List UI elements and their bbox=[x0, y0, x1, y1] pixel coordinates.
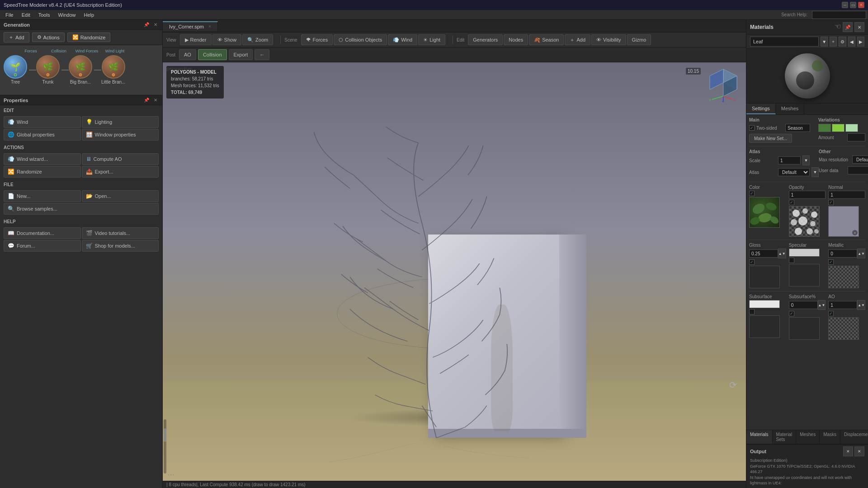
gloss-checkbox[interactable] bbox=[749, 259, 755, 265]
collision-objects-btn[interactable]: ⬡ Collision Objects bbox=[334, 34, 387, 45]
gloss-value[interactable] bbox=[749, 249, 778, 258]
opacity-checkbox[interactable] bbox=[789, 200, 794, 205]
bottom-tab-masks[interactable]: Masks bbox=[820, 430, 840, 444]
bottom-tab-materials[interactable]: Materials bbox=[746, 430, 773, 444]
user-data-input[interactable] bbox=[848, 166, 868, 174]
gloss-texture[interactable] bbox=[749, 266, 780, 288]
minimize-btn[interactable]: ─ bbox=[842, 2, 848, 8]
specular-color[interactable] bbox=[789, 249, 820, 257]
bottom-tab-displacements[interactable]: Displacements bbox=[840, 430, 868, 444]
metallic-checkbox[interactable] bbox=[828, 259, 834, 265]
var-swatch-1[interactable] bbox=[818, 124, 831, 132]
ao-spin[interactable]: ▲▼ bbox=[857, 300, 865, 310]
wind-btn[interactable]: 💨 Wind bbox=[4, 116, 81, 128]
randomize-prop-btn[interactable]: 🔀 Randomize bbox=[4, 166, 81, 178]
tab-ivy-corner[interactable]: Ivy_Corner.spm × bbox=[163, 21, 218, 31]
show-btn[interactable]: 👁 Show bbox=[212, 34, 242, 45]
wind-wizard-btn[interactable]: 💨 Wind wizard... bbox=[4, 153, 81, 165]
atlas-dropdown[interactable]: ▼ bbox=[811, 167, 819, 177]
menu-help[interactable]: Help bbox=[80, 11, 98, 19]
lighting-btn[interactable]: 💡 Lighting bbox=[82, 116, 159, 128]
season-input[interactable] bbox=[785, 124, 810, 132]
window-properties-btn[interactable]: 🪟 Window properties bbox=[82, 129, 159, 141]
two-sided-checkbox[interactable] bbox=[749, 125, 755, 131]
season-btn[interactable]: 🍂 Season bbox=[529, 34, 564, 45]
sub-pct-checkbox[interactable] bbox=[789, 311, 794, 316]
metallic-value[interactable] bbox=[828, 249, 857, 258]
opacity-value[interactable] bbox=[789, 191, 826, 199]
tab-meshes[interactable]: Meshes bbox=[776, 103, 805, 114]
subsurface-checkbox[interactable] bbox=[749, 309, 755, 314]
tab-close-btn[interactable]: × bbox=[208, 24, 211, 29]
menu-edit[interactable]: Edit bbox=[18, 11, 34, 19]
subsurface-pct-value[interactable] bbox=[789, 301, 818, 309]
new-btn[interactable]: 📄 New... bbox=[4, 190, 81, 202]
generation-pin-btn[interactable]: 📌 bbox=[142, 22, 151, 28]
normal-add-btn[interactable]: ＋ bbox=[852, 230, 858, 235]
visibility-btn[interactable]: 👁 Visibility bbox=[591, 34, 626, 45]
color-checkbox[interactable] bbox=[749, 191, 755, 196]
sub-pct-spin[interactable]: ▲▼ bbox=[818, 300, 826, 310]
scale-dropdown[interactable]: ▼ bbox=[802, 155, 810, 165]
light-btn[interactable]: ☀ Light bbox=[418, 34, 445, 45]
wind-scene-btn[interactable]: 💨 Wind bbox=[388, 34, 417, 45]
node-little-branch[interactable]: 🌿 Little Bran... bbox=[101, 55, 125, 84]
ao-checkbox[interactable] bbox=[828, 311, 834, 316]
menu-file[interactable]: File bbox=[2, 11, 17, 19]
viewport-menu-btn[interactable]: ⋯ bbox=[167, 470, 175, 479]
materials-pin-btn[interactable]: 📌 bbox=[843, 22, 853, 32]
subsurface-texture[interactable] bbox=[749, 315, 780, 338]
output-close-btn[interactable]: ✕ bbox=[854, 446, 864, 456]
var-swatch-3[interactable] bbox=[845, 124, 858, 132]
close-btn[interactable]: ✕ bbox=[858, 2, 864, 8]
open-btn[interactable]: 📂 Open... bbox=[82, 190, 159, 202]
properties-close-btn[interactable]: ✕ bbox=[152, 97, 159, 103]
node-tree[interactable]: 🌱 Tree bbox=[4, 55, 27, 84]
forum-btn[interactable]: 💬 Forum... bbox=[4, 240, 81, 252]
restore-btn[interactable]: ▭ bbox=[850, 2, 856, 8]
var-swatch-2[interactable] bbox=[832, 124, 844, 132]
ao-btn[interactable]: AO bbox=[179, 49, 196, 60]
color-texture[interactable] bbox=[749, 197, 780, 228]
bottom-tab-sets[interactable]: Material Sets bbox=[773, 430, 797, 444]
zoom-btn[interactable]: 🔍 Zoom bbox=[242, 34, 273, 45]
node-trunk[interactable]: 🌿 Trunk bbox=[36, 55, 60, 84]
tutorials-btn[interactable]: 🎬 Video tutorials... bbox=[82, 227, 159, 239]
generation-close-btn[interactable]: ✕ bbox=[152, 22, 159, 28]
edit-add-btn[interactable]: ＋ Add bbox=[565, 34, 590, 45]
node-big-branch[interactable]: 🌿 Big Bran... bbox=[69, 55, 92, 84]
menu-tools[interactable]: Tools bbox=[35, 11, 54, 19]
docs-btn[interactable]: 📖 Documentation... bbox=[4, 227, 81, 239]
viewport[interactable]: X Y Z 10.15 ⟳ perspective POLYGONS - MOD… bbox=[163, 62, 746, 481]
amount-input[interactable] bbox=[847, 133, 865, 141]
atlas-select[interactable]: Default bbox=[778, 168, 810, 176]
global-properties-btn[interactable]: 🌐 Global properties bbox=[4, 129, 81, 141]
make-new-set-btn[interactable]: Make New Set... bbox=[749, 134, 792, 143]
back-btn[interactable]: ← bbox=[255, 49, 269, 60]
ao-value[interactable] bbox=[828, 301, 857, 309]
search-help-input[interactable] bbox=[812, 11, 866, 19]
specular-checkbox[interactable] bbox=[789, 258, 794, 263]
forces-btn[interactable]: 🌪 Forces bbox=[301, 34, 333, 45]
mat-action-btn[interactable]: ⚙ bbox=[839, 37, 846, 47]
actions-btn[interactable]: ⚙ Actions bbox=[32, 33, 65, 42]
shop-btn[interactable]: 🛒 Shop for models... bbox=[82, 240, 159, 252]
specular-texture[interactable] bbox=[789, 264, 820, 286]
sub-pct-texture[interactable] bbox=[789, 317, 820, 340]
mat-next-btn[interactable]: ▶ bbox=[857, 37, 864, 47]
output-clear-btn[interactable]: ✕ bbox=[843, 446, 853, 456]
add-btn[interactable]: ＋ Add bbox=[4, 32, 29, 42]
menu-window[interactable]: Window bbox=[54, 11, 79, 19]
normal-texture[interactable]: ＋ bbox=[828, 206, 859, 237]
tab-settings[interactable]: Settings bbox=[746, 103, 776, 114]
properties-pin-btn[interactable]: 📌 bbox=[142, 97, 151, 103]
collision-post-btn[interactable]: Collision bbox=[198, 49, 227, 60]
nav-cube[interactable]: X Y Z bbox=[705, 67, 741, 103]
mat-dropdown-btn[interactable]: ▼ bbox=[821, 37, 828, 47]
material-name-input[interactable] bbox=[750, 37, 819, 47]
gloss-spin[interactable]: ▲▼ bbox=[778, 249, 786, 258]
max-res-select[interactable]: Default bbox=[852, 155, 868, 164]
nodes-btn[interactable]: Nodes bbox=[504, 34, 528, 45]
normal-checkbox[interactable] bbox=[828, 200, 834, 205]
ao-texture[interactable] bbox=[828, 317, 859, 340]
